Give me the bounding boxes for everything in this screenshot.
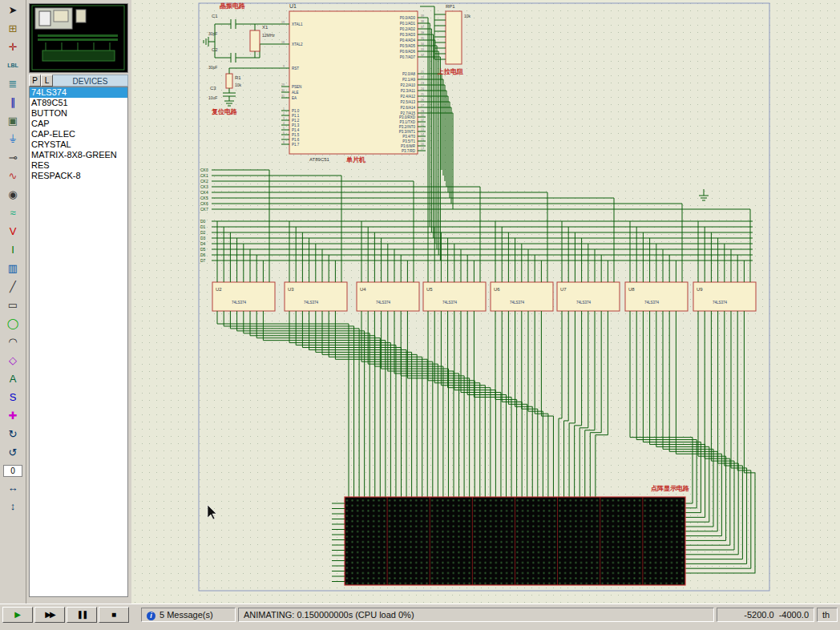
tape-recorder-icon[interactable]: ◉ <box>3 187 22 204</box>
rotation-angle-input[interactable] <box>3 465 22 477</box>
svg-text:23: 23 <box>421 82 424 85</box>
svg-text:22: 22 <box>421 76 424 79</box>
dot-matrix-display[interactable] <box>345 497 685 585</box>
latch-chip-u8[interactable] <box>625 282 688 311</box>
svg-text:P1.4: P1.4 <box>292 128 300 132</box>
latch-chip-u4[interactable] <box>357 282 419 311</box>
mirror-horizontal-icon[interactable]: ↔ <box>3 480 22 497</box>
current-probe-icon[interactable]: I <box>3 242 22 259</box>
device-item-button[interactable]: BUTTON <box>30 108 127 119</box>
virtual-instruments-icon[interactable]: ▥ <box>3 260 22 277</box>
subcircuit-icon[interactable]: ▣ <box>3 113 22 130</box>
mode-toolbar: ➤⊞✛LBL≣∥▣⏚⊸∿◉≈VI▥╱▭◯◠◇AS✚↻↺↔↕ <box>0 0 26 604</box>
svg-text:P2.0/A8: P2.0/A8 <box>402 72 416 76</box>
svg-text:P0.5/AD5: P0.5/AD5 <box>400 44 416 48</box>
graph-mode-icon[interactable]: ∿ <box>3 168 22 185</box>
play-button[interactable]: ▶ <box>2 607 33 623</box>
voltage-probe-icon[interactable]: V <box>3 224 22 240</box>
svg-text:P2.1/A9: P2.1/A9 <box>402 78 416 82</box>
svg-text:25: 25 <box>421 93 424 96</box>
svg-text:P0.0/AD0: P0.0/AD0 <box>400 16 416 20</box>
junction-dot-icon[interactable]: ✛ <box>3 39 22 56</box>
svg-text:P2.4/A12: P2.4/A12 <box>400 95 415 99</box>
svg-text:P0.6/AD6: P0.6/AD6 <box>400 50 416 54</box>
svg-text:XTAL2: XTAL2 <box>292 42 303 46</box>
latch-chip-u9[interactable] <box>693 282 756 311</box>
generator-mode-icon[interactable]: ≈ <box>3 205 22 222</box>
latch-chip-u7[interactable] <box>557 282 620 311</box>
animation-status-cell: ANIMATING: 0.150000000s (CPU load 0%) <box>238 608 714 622</box>
svg-text:9: 9 <box>283 65 285 68</box>
overview-window[interactable] <box>29 3 128 73</box>
text-script-icon[interactable]: ≣ <box>3 76 22 93</box>
device-item-at89c51[interactable]: AT89C51 <box>30 98 127 108</box>
svg-text:37: 37 <box>421 26 424 29</box>
svg-text:8: 8 <box>283 141 285 144</box>
step-button[interactable]: ▶▶ <box>34 607 65 623</box>
svg-text:U6: U6 <box>494 287 500 292</box>
line-2d-icon[interactable]: ╱ <box>3 279 22 296</box>
svg-text:16: 16 <box>421 143 424 146</box>
svg-text:32: 32 <box>421 54 424 57</box>
svg-text:10uF: 10uF <box>208 95 217 100</box>
message-log-cell[interactable]: i5 Message(s) <box>141 608 236 622</box>
rp1-respack[interactable] <box>446 11 462 64</box>
latch-chip-u6[interactable] <box>491 282 553 311</box>
selection-mode-icon[interactable]: ➤ <box>3 2 22 19</box>
svg-text:17: 17 <box>421 147 424 151</box>
arc-2d-icon[interactable]: ◠ <box>3 334 22 351</box>
latch-chip-u2[interactable] <box>212 282 275 311</box>
svg-text:U7: U7 <box>560 287 567 292</box>
svg-text:P3.6/WR: P3.6/WR <box>401 144 416 148</box>
message-count: 5 Message(s) <box>160 610 213 620</box>
device-item-cap-elec[interactable]: CAP-ELEC <box>30 129 127 139</box>
text-2d-icon[interactable]: A <box>3 371 22 388</box>
svg-text:P0.2/AD2: P0.2/AD2 <box>400 27 416 31</box>
svg-text:D6: D6 <box>200 252 206 257</box>
component-mode-icon[interactable]: ⊞ <box>3 21 22 38</box>
svg-text:74LS374: 74LS374 <box>713 301 728 305</box>
stop-button[interactable]: ■ <box>99 607 129 623</box>
device-item-respack-8[interactable]: RESPACK-8 <box>30 171 127 181</box>
circle-2d-icon[interactable]: ◯ <box>3 316 22 333</box>
svg-text:P3.5/T1: P3.5/T1 <box>402 139 415 143</box>
svg-text:AT89C51: AT89C51 <box>309 157 330 162</box>
bus-mode-icon[interactable]: ∥ <box>3 95 22 111</box>
device-item-crystal[interactable]: CRYSTAL <box>30 139 127 150</box>
svg-text:D4: D4 <box>200 241 206 246</box>
svg-text:D7: D7 <box>200 258 206 263</box>
rotate-ccw-icon[interactable]: ↺ <box>3 445 22 462</box>
library-manager-button[interactable]: L <box>41 75 53 87</box>
terminal-mode-icon[interactable]: ⏚ <box>3 131 22 148</box>
latch-chip-u3[interactable] <box>285 282 347 311</box>
device-pin-icon[interactable]: ⊸ <box>3 150 22 167</box>
pause-button[interactable]: ❚❚ <box>67 607 97 623</box>
status-bar: ▶▶▶❚❚■ i5 Message(s) ANIMATING: 0.150000… <box>0 604 840 624</box>
svg-text:7: 7 <box>283 136 285 139</box>
rotate-cw-icon[interactable]: ↻ <box>3 426 22 443</box>
svg-text:P2.6/A14: P2.6/A14 <box>400 106 415 110</box>
svg-text:RP1: RP1 <box>446 4 455 9</box>
device-item-res[interactable]: RES <box>30 160 127 171</box>
device-item-matrix-8x8-green[interactable]: MATRIX-8X8-GREEN <box>30 150 127 160</box>
svg-text:28: 28 <box>421 110 424 113</box>
path-2d-icon[interactable]: ◇ <box>3 353 22 370</box>
symbol-2d-icon[interactable]: S <box>3 390 22 406</box>
schematic-canvas[interactable]: CK0CK1CK2CK3CK4CK5CK6CK7D0D1D2D3D4D5D6D7… <box>131 0 840 604</box>
svg-text:C1: C1 <box>212 14 218 18</box>
svg-text:2: 2 <box>283 112 285 115</box>
svg-text:P3.0/RXD: P3.0/RXD <box>399 115 416 119</box>
device-item-cap[interactable]: CAP <box>30 119 127 129</box>
wire-label-icon[interactable]: LBL <box>3 58 22 75</box>
box-2d-icon[interactable]: ▭ <box>3 297 22 314</box>
devices-header: DEVICES <box>53 75 128 87</box>
latch-chip-u5[interactable] <box>423 282 486 311</box>
mirror-vertical-icon[interactable]: ↕ <box>3 499 22 515</box>
pick-devices-button[interactable]: P <box>29 75 41 87</box>
marker-2d-icon[interactable]: ✚ <box>3 408 22 425</box>
svg-text:CK0: CK0 <box>200 168 208 172</box>
device-item-74ls374[interactable]: 74LS374 <box>30 87 127 98</box>
svg-text:14: 14 <box>421 133 424 136</box>
svg-text:P1.3: P1.3 <box>292 123 300 127</box>
svg-text:31: 31 <box>281 95 285 98</box>
